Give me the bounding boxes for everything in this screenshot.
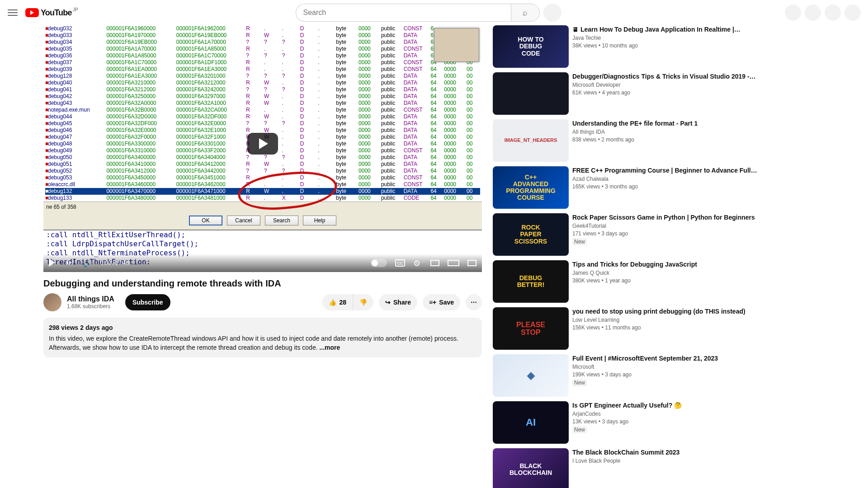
reco-title: Rock Paper Scissors Game in Python | Pyt… [572,213,755,221]
reco-channel: ArjanCodes [572,411,682,417]
new-badge: New [572,426,587,433]
search-input[interactable] [296,4,511,22]
search-button[interactable]: ⌕ [511,4,540,22]
channel-name[interactable]: All things IDA [67,295,114,303]
big-play-button[interactable] [247,133,278,155]
ida-row: ■debug051000001F6A3410000000001F6A341200… [45,161,480,168]
ida-row: ■debug032000001F6A1960000000001F6A196200… [45,25,480,32]
theater-button[interactable] [448,260,459,266]
settings-button[interactable] [413,258,422,267]
ida-row: ■debug045000001F6A32DF000000001F6A32E000… [45,120,480,127]
recommendation-item[interactable]: IMAGE_NT_HEADERSUnderstanding the PE+ fi… [493,119,857,162]
captions-button[interactable]: CC [395,259,405,267]
thumbs-down-icon: 👎 [359,299,367,306]
reco-title: you need to stop using print debugging (… [572,307,745,315]
logo-text: YouTube [41,8,72,18]
search-icon: ⌕ [523,8,528,17]
avatar-button[interactable] [844,5,861,21]
reco-thumbnail: AI [493,401,569,444]
video-meta-row: All things IDA 1.68K subscribers Subscri… [43,293,482,311]
ida-row: ■debug033000001F6A1970000000001F6A19EB00… [45,32,480,39]
save-icon: ≡+ [429,299,436,306]
dislike-button[interactable]: 👎 [353,294,373,310]
play-button[interactable] [49,258,58,267]
more-actions-button[interactable]: ⋯ [466,294,482,310]
time-display: 0:00 / 17:40 [100,260,129,266]
ida-row: ■debug132000001F6A3470000000001F6A347100… [45,188,480,195]
header-action-2[interactable] [805,5,821,21]
masthead: YouTube JP ⌕ [0,0,868,25]
recommendations-list: HOW TODEBUGCODE🖥 Learn How To Debug Java… [493,25,857,488]
show-more-button[interactable]: ...more [319,344,340,351]
ida-row: ■debug044000001F6A32D0000000001F6A32DF00… [45,113,480,120]
guide-menu-button[interactable] [7,7,18,18]
recommendation-item[interactable]: C++ADVANCEDPROGRAMMINGCOURSEFREE C++ Pro… [493,166,857,209]
header-action-1[interactable] [785,5,801,21]
voice-search-button[interactable] [543,4,561,22]
ida-dialog-buttons: OK Cancel Search Help [43,211,482,230]
reco-meta: 838 views • 2 months ago [572,136,698,143]
save-button[interactable]: ≡+ Save [423,294,460,310]
description-line2: Afterwards, we show how to use IDA to in… [49,344,319,351]
reco-thumbnail: DEBUGBETTER! [493,260,569,303]
reco-thumbnail: HOW TODEBUGCODE [493,25,569,68]
next-button[interactable]: ⏭ [66,258,75,267]
more-icon: ⋯ [471,299,477,306]
reco-meta: 156K views • 11 months ago [572,324,745,331]
new-badge: New [572,238,587,245]
recommendation-item[interactable]: ◆Full Event | #MicrosoftEvent September … [493,354,857,397]
ida-row: ■debug040000001F6A3210000000001F6A321200… [45,80,480,86]
like-button[interactable]: 👍 28 [322,294,353,310]
reco-thumbnail: IMAGE_NT_HEADERS [493,119,569,162]
reco-meta: 38K views • 10 months ago [572,42,741,49]
reco-thumbnail: ROCKPAPERSCISSORS [493,213,569,256]
reco-thumbnail: PLEASESTOP [493,307,569,350]
share-button[interactable]: ↪ Share [379,294,417,310]
ida-row: ■debug128000001F6A1EA3000000001F6A320100… [45,73,480,80]
reco-thumbnail: BLACKBLOCKCHAIN [493,448,569,488]
ida-cancel-button: Cancel [227,216,260,225]
reco-title: FREE C++ Programming Course | Beginner t… [572,166,757,174]
recommendation-item[interactable]: HOW TODEBUGCODE🖥 Learn How To Debug Java… [493,25,857,68]
miniplayer-button[interactable] [430,260,439,266]
autoplay-toggle[interactable] [371,259,387,267]
video-player[interactable]: ■debug032000001F6A1960000000001F6A196200… [43,25,482,272]
fullscreen-button[interactable] [467,260,476,266]
video-title: Debugging and understanding remote threa… [43,278,482,289]
header-action-3[interactable] [825,5,841,21]
ida-row: ■debug041000001F6A3212000000001F6A324200… [45,86,480,93]
reco-meta: 171 views • 3 days ago [572,230,755,237]
ida-row: ■notepad.exe.mun000001F6A32B0000000001F6… [45,107,480,113]
reco-channel: James Q Quick [572,270,697,276]
description-line1: In this video, we explore the CreateRemo… [49,335,458,342]
youtube-logo[interactable]: YouTube JP [25,8,72,18]
ida-search-button: Search [265,216,298,225]
new-badge: New [572,379,587,386]
recommendation-item[interactable]: ROCKPAPERSCISSORSRock Paper Scissors Gam… [493,213,857,256]
description-box[interactable]: 298 views 2 days ago In this video, we e… [43,318,482,357]
ida-row: ■debug043000001F6A32A0000000001F6A32A100… [45,100,480,107]
recommendation-item[interactable]: DEBUGBETTER!Tips and Tricks for Debuggin… [493,260,857,303]
ida-help-button: Help [303,216,336,225]
reco-thumbnail: ◆ [493,354,569,397]
reco-thumbnail: C++ADVANCEDPROGRAMMINGCOURSE [493,166,569,209]
ida-row: ■debug035000001F6A1A70000000001F6A1A8500… [45,46,480,52]
player-control-bar: ⏭ 0:00 / 17:40 CC [43,254,482,272]
reco-meta: 13K views • 3 days ago [572,418,682,425]
subscriber-count: 1.68K subscribers [67,303,114,310]
recommendation-item[interactable]: Debugger/Diagnostics Tips & Tricks in Vi… [493,72,857,115]
reco-title: Full Event | #MicrosoftEvent September 2… [572,354,718,362]
recommendation-item[interactable]: BLACKBLOCKCHAINThe Black BlockChain Summ… [493,448,857,488]
reco-meta: 199K views • 3 days ago [572,371,718,378]
recommendation-item[interactable]: AIIs GPT Engineer Actually Useful? 🤔Arja… [493,401,857,444]
subscribe-button[interactable]: Subscribe [125,294,170,310]
recommendation-item[interactable]: PLEASESTOPyou need to stop using print d… [493,307,857,350]
reco-title: Is GPT Engineer Actually Useful? 🤔 [572,401,682,409]
channel-avatar[interactable] [43,293,61,311]
ida-row: ■oleaccrc.dll000001F6A3460000000001F6A34… [45,181,480,188]
ida-row: ■debug052000001F6A3412000000001F6A344200… [45,168,480,174]
ida-line-status: ne 65 of 358 [43,202,482,211]
reco-meta: 380K views • 1 year ago [572,277,697,284]
volume-button[interactable] [83,258,92,267]
ida-row: ■debug036000001F6A1A85000000001F6A1C7000… [45,52,480,59]
